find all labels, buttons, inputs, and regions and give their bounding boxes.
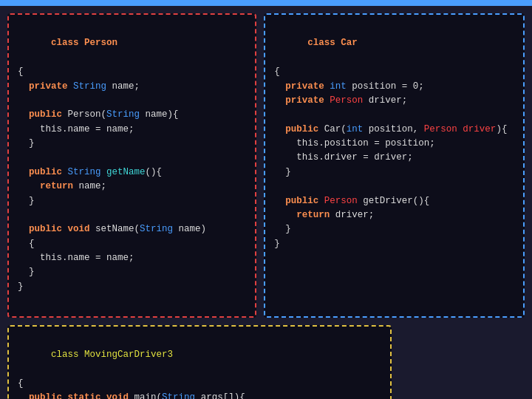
driver-class-box: class MovingCarDriver3 { public static v… (7, 325, 392, 400)
top-bar (0, 0, 532, 6)
top-row: class Person { private String name; publ… (7, 13, 525, 318)
person-class-box: class Person { private String name; publ… (7, 13, 256, 318)
main-content: class Person { private String name; publ… (0, 6, 532, 399)
car-class-box: class Car { private int position = 0; pr… (264, 13, 525, 318)
driver-class-keyword: class MovingCarDriver3 (51, 349, 173, 360)
bottom-row: class MovingCarDriver3 { public static v… (7, 325, 525, 400)
person-class-keyword: class Person (51, 38, 117, 48)
car-class-keyword: class Car (307, 38, 358, 48)
